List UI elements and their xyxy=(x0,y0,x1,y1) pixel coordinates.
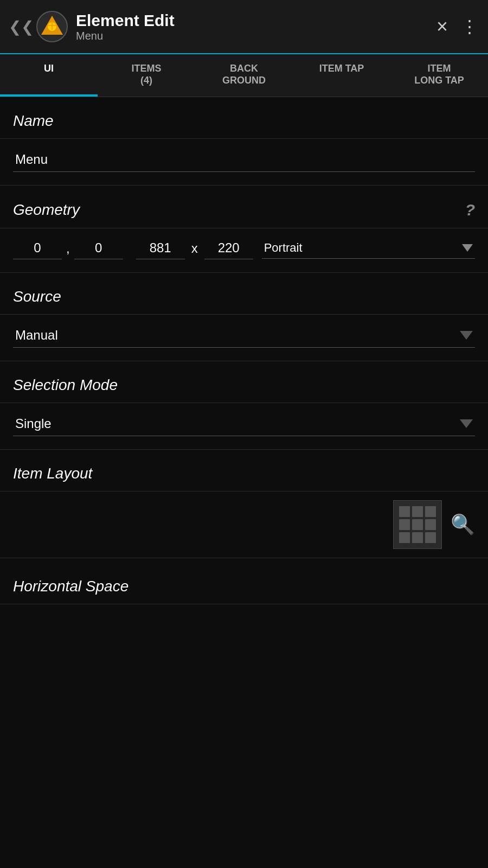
tab-item-tap[interactable]: ITEM TAP xyxy=(293,54,390,97)
selection-mode-arrow-icon xyxy=(460,419,473,428)
source-dropdown[interactable]: Manual xyxy=(13,323,475,348)
tab-background[interactable]: BACK GROUND xyxy=(195,54,293,97)
header-actions: × ⋮ xyxy=(436,15,479,38)
name-section-header: Name xyxy=(0,97,488,139)
name-input[interactable] xyxy=(13,148,475,172)
name-label: Name xyxy=(13,112,54,129)
selection-mode-value: Single xyxy=(15,416,460,431)
header-text: Element Edit Menu xyxy=(76,11,436,42)
selection-mode-dropdown[interactable]: Single xyxy=(13,412,475,436)
horizontal-space-section: Horizontal Space xyxy=(0,558,488,604)
geometry-help-icon[interactable]: ? xyxy=(465,201,475,219)
tab-ui[interactable]: UI xyxy=(0,54,98,97)
selection-mode-section: Selection Mode Single xyxy=(0,361,488,450)
header-subtitle: Menu xyxy=(76,30,436,42)
item-layout-label: Item Layout xyxy=(13,465,92,482)
orientation-arrow-icon xyxy=(462,244,473,252)
layout-dot-9 xyxy=(425,532,436,543)
coord-comma: , xyxy=(66,241,70,256)
selection-mode-dropdown-row: Single xyxy=(0,403,488,449)
geometry-height-input[interactable] xyxy=(204,237,253,259)
geometry-section-header: Geometry ? xyxy=(0,186,488,228)
source-value: Manual xyxy=(15,328,460,343)
geometry-label: Geometry xyxy=(13,201,80,219)
geometry-width-input[interactable] xyxy=(136,237,185,259)
layout-dot-1 xyxy=(399,506,410,517)
app-icon xyxy=(36,10,68,43)
tab-bar: UI ITEMS (4) BACK GROUND ITEM TAP ITEM L… xyxy=(0,54,488,97)
back-button[interactable]: ❮❮ xyxy=(9,18,34,36)
source-arrow-icon xyxy=(460,331,473,340)
layout-dot-8 xyxy=(412,532,423,543)
geometry-x-input[interactable] xyxy=(13,237,62,259)
item-layout-thumbnail[interactable] xyxy=(393,500,442,549)
layout-dot-4 xyxy=(399,519,410,530)
layout-dot-3 xyxy=(425,506,436,517)
layout-dot-6 xyxy=(425,519,436,530)
tab-item-long-tap[interactable]: ITEM LONG TAP xyxy=(390,54,488,97)
source-label: Source xyxy=(13,288,61,305)
source-section-header: Source xyxy=(0,273,488,315)
more-options-button[interactable]: ⋮ xyxy=(461,16,479,37)
content-area: Name Geometry ? , x Portrait Source xyxy=(0,97,488,604)
geometry-y-input[interactable] xyxy=(74,237,123,259)
header-title: Element Edit xyxy=(76,11,436,30)
item-layout-section: Item Layout 🔍 xyxy=(0,450,488,558)
layout-dot-2 xyxy=(412,506,423,517)
selection-mode-label: Selection Mode xyxy=(13,376,118,393)
source-dropdown-row: Manual xyxy=(0,315,488,361)
geometry-coords: , x Portrait xyxy=(0,228,488,272)
source-section: Source Manual xyxy=(0,273,488,361)
orientation-label: Portrait xyxy=(264,241,458,255)
coord-x-label: x xyxy=(191,241,198,256)
name-input-row xyxy=(0,139,488,186)
header: ❮❮ Element Edit Menu × ⋮ xyxy=(0,0,488,54)
item-layout-controls: 🔍 xyxy=(0,492,488,558)
layout-dot-7 xyxy=(399,532,410,543)
horizontal-space-section-header: Horizontal Space xyxy=(0,563,488,604)
item-layout-search-icon[interactable]: 🔍 xyxy=(451,513,475,536)
horizontal-space-label: Horizontal Space xyxy=(13,578,129,595)
item-layout-section-header: Item Layout xyxy=(0,450,488,492)
geometry-section: Geometry ? , x Portrait xyxy=(0,186,488,273)
layout-dot-5 xyxy=(412,519,423,530)
orientation-dropdown[interactable]: Portrait xyxy=(262,238,475,259)
close-button[interactable]: × xyxy=(436,15,448,38)
selection-mode-section-header: Selection Mode xyxy=(0,361,488,403)
tab-items[interactable]: ITEMS (4) xyxy=(98,54,195,97)
